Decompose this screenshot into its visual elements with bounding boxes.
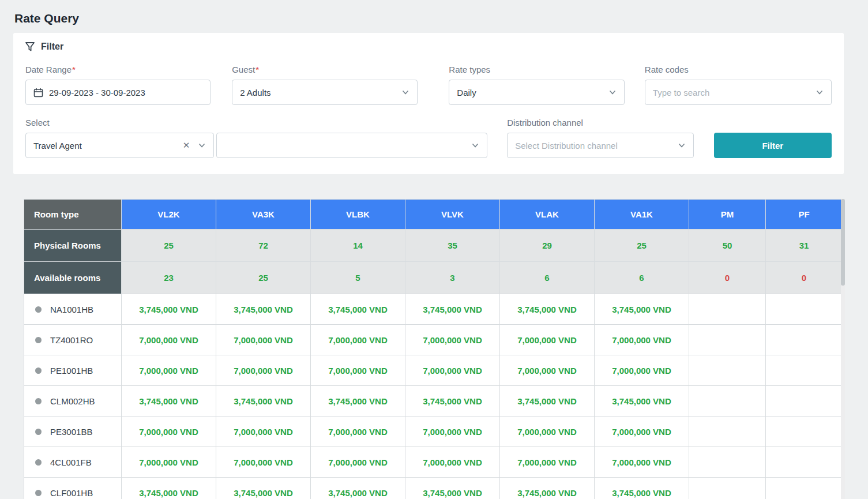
rate-cell: 7,000,000 VND	[595, 325, 689, 355]
rate-cell: 3,745,000 VND	[122, 294, 216, 325]
rate-codes-label: Rate codes	[645, 65, 832, 74]
column-header-vl2k: VL2K	[122, 200, 216, 230]
summary-value: 3	[405, 262, 500, 294]
select-label: Select	[25, 118, 214, 127]
room-code-cell[interactable]: CLF001HB	[24, 478, 122, 499]
rate-row[interactable]: PE1001HB7,000,000 VND7,000,000 VND7,000,…	[24, 355, 843, 386]
column-header-pf: PF	[766, 200, 843, 230]
empty-rate-cell	[689, 447, 766, 478]
table-header-row: Room type VL2KVA3KVLBKVLVKVLAKVA1KPMPF	[24, 200, 843, 230]
summary-row: Available rooms2325536600	[24, 262, 843, 294]
rate-table: Room type VL2KVA3KVLBKVLVKVLAKVA1KPMPF P…	[24, 199, 843, 499]
table-scrollbar[interactable]	[841, 199, 845, 499]
filter-card: Filter Date Range* 29-09-2023 - 30-09-20…	[13, 33, 844, 174]
rate-cell: 7,000,000 VND	[311, 325, 405, 355]
summary-value: 14	[311, 230, 405, 262]
rate-query-page: Rate Query Filter Date Range*	[0, 0, 868, 499]
filter-header: Filter	[25, 42, 832, 52]
rate-cell: 7,000,000 VND	[500, 447, 595, 478]
room-code: PE1001HB	[50, 366, 93, 376]
rate-cell: 7,000,000 VND	[216, 417, 311, 447]
date-range-value: 29-09-2023 - 30-09-2023	[49, 88, 202, 97]
summary-value: 29	[500, 230, 595, 262]
rate-types-select[interactable]: Daily	[449, 80, 625, 105]
rate-cell: 7,000,000 VND	[405, 417, 500, 447]
travel-agent-select[interactable]: Travel Agent ✕	[25, 133, 214, 158]
row-bullet-icon	[35, 429, 42, 435]
room-code-cell[interactable]: PE1001HB	[24, 355, 122, 386]
rate-row[interactable]: CLM002HB3,745,000 VND3,745,000 VND3,745,…	[24, 386, 843, 417]
rate-cell: 7,000,000 VND	[595, 355, 689, 386]
rate-cell: 3,745,000 VND	[500, 294, 595, 325]
travel-agent-value: Travel Agent	[33, 141, 183, 151]
rate-cell: 7,000,000 VND	[405, 447, 500, 478]
rate-cell: 7,000,000 VND	[500, 325, 595, 355]
rate-row[interactable]: PE3001BB7,000,000 VND7,000,000 VND7,000,…	[24, 417, 843, 447]
room-code-cell[interactable]: CLM002HB	[24, 386, 122, 417]
rate-cell: 7,000,000 VND	[122, 447, 216, 478]
distribution-channel-select[interactable]: Select Distribution channel	[507, 133, 693, 158]
room-code: CLF001HB	[50, 488, 93, 498]
rate-cell: 3,745,000 VND	[595, 478, 689, 499]
date-range-label: Date Range*	[25, 65, 211, 74]
row-bullet-icon	[35, 337, 42, 343]
rate-table-container: Room type VL2KVA3KVLBKVLVKVLAKVA1KPMPF P…	[24, 199, 841, 499]
rate-cell: 7,000,000 VND	[405, 325, 500, 355]
rate-row[interactable]: NA1001HB3,745,000 VND3,745,000 VND3,745,…	[24, 294, 843, 325]
filter-button[interactable]: Filter	[714, 133, 832, 158]
summary-value: 25	[595, 230, 689, 262]
guest-label: Guest*	[232, 65, 418, 74]
rate-cell: 7,000,000 VND	[311, 447, 405, 478]
room-code-cell[interactable]: 4CL001FB	[24, 447, 122, 478]
column-header-vlvk: VLVK	[405, 200, 500, 230]
empty-rate-cell	[689, 325, 766, 355]
room-code-cell[interactable]: TZ4001RO	[24, 325, 122, 355]
rate-row[interactable]: 4CL001FB7,000,000 VND7,000,000 VND7,000,…	[24, 447, 843, 478]
summary-value: 35	[405, 230, 500, 262]
room-code: PE3001BB	[50, 427, 92, 437]
rate-types-label: Rate types	[449, 65, 625, 74]
summary-value: 0	[689, 262, 766, 294]
rate-codes-combobox[interactable]	[645, 80, 832, 105]
rate-cell: 7,000,000 VND	[311, 355, 405, 386]
rate-cell: 7,000,000 VND	[595, 417, 689, 447]
rate-cell: 7,000,000 VND	[216, 325, 311, 355]
date-range-field: Date Range* 29-09-2023 - 30-09-2023	[25, 65, 211, 105]
column-header-va1k: VA1K	[595, 200, 689, 230]
row-bullet-icon	[35, 398, 42, 404]
distribution-channel-label: Distribution channel	[507, 118, 693, 127]
empty-rate-cell	[689, 355, 766, 386]
row-bullet-icon	[35, 367, 42, 374]
summary-value: 72	[216, 230, 311, 262]
room-code-cell[interactable]: PE3001BB	[24, 417, 122, 447]
rate-cell: 3,745,000 VND	[216, 478, 311, 499]
rate-row[interactable]: CLF001HB3,745,000 VND3,745,000 VND3,745,…	[24, 478, 843, 499]
clear-icon[interactable]: ✕	[183, 140, 190, 151]
room-code-cell[interactable]: NA1001HB	[24, 294, 122, 325]
summary-value: 23	[122, 262, 216, 294]
summary-row-label: Available rooms	[24, 262, 122, 294]
room-type-header: Room type	[24, 200, 122, 230]
chevron-down-icon	[198, 141, 206, 149]
summary-value: 6	[500, 262, 595, 294]
guest-field: Guest* 2 Adults	[232, 65, 418, 105]
rate-codes-input[interactable]	[653, 88, 816, 97]
guest-select[interactable]: 2 Adults	[232, 80, 418, 105]
rate-cell: 7,000,000 VND	[595, 447, 689, 478]
empty-rate-cell	[766, 386, 843, 417]
date-range-input[interactable]: 29-09-2023 - 30-09-2023	[25, 80, 211, 105]
rate-row[interactable]: TZ4001RO7,000,000 VND7,000,000 VND7,000,…	[24, 325, 843, 355]
empty-rate-cell	[689, 478, 766, 499]
row-bullet-icon	[35, 306, 42, 313]
column-header-va3k: VA3K	[216, 200, 311, 230]
secondary-select-label	[216, 118, 487, 127]
summary-value: 25	[216, 262, 311, 294]
empty-rate-cell	[766, 355, 843, 386]
rate-cell: 3,745,000 VND	[595, 386, 689, 417]
rate-types-field: Rate types Daily	[449, 65, 625, 105]
scrollbar-thumb[interactable]	[841, 199, 845, 286]
guest-value: 2 Adults	[240, 88, 401, 97]
secondary-select[interactable]	[216, 133, 487, 158]
room-code: NA1001HB	[50, 305, 93, 314]
rate-cell: 3,745,000 VND	[405, 478, 500, 499]
